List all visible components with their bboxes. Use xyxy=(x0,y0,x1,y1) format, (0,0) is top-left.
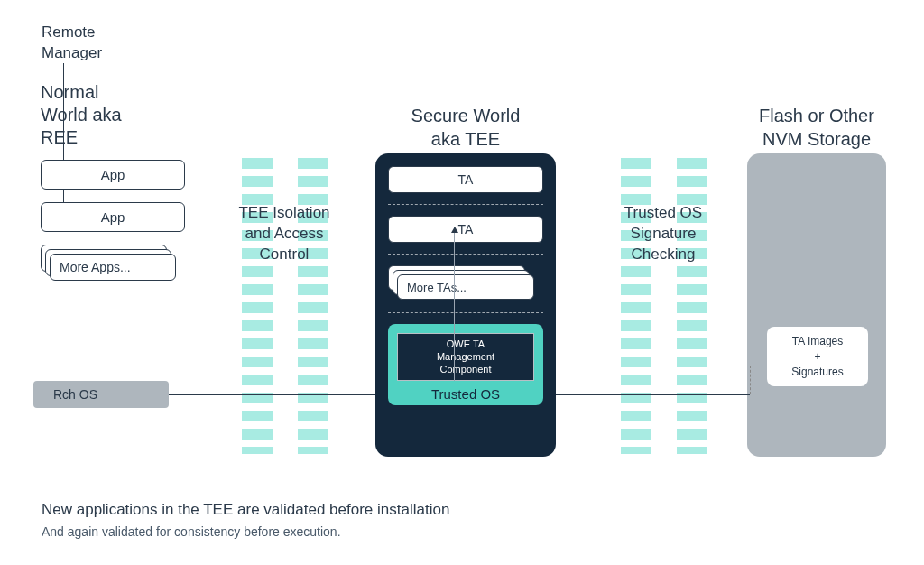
signature-wall-label: Trusted OS Signature Checking xyxy=(587,203,740,265)
ree-title: Normal World aka REE xyxy=(41,81,185,149)
footer-caption: New applications in the TEE are validate… xyxy=(42,501,449,539)
more-tas-label: More TAs... xyxy=(407,281,467,294)
trusted-os-container: OWE TA Management Component Trusted OS xyxy=(388,324,543,405)
rchos-to-tee-line xyxy=(169,394,375,395)
tee-panel: TA TA More TAs... OWE TA Management Comp… xyxy=(375,153,556,457)
ree-app-1-label: App xyxy=(101,167,125,182)
footer-line-1: New applications in the TEE are validate… xyxy=(42,501,449,519)
ta-images-label: TA Images + Signatures xyxy=(791,335,843,378)
ree-more-apps-stack: More Apps... xyxy=(41,245,185,284)
owe-management-box: OWE TA Management Component xyxy=(397,333,534,381)
nvm-dashed-v xyxy=(750,366,751,394)
tee-divider-1 xyxy=(388,204,543,205)
ta-images-box: TA Images + Signatures xyxy=(767,327,868,386)
remote-manager-label: Remote Manager xyxy=(42,23,102,64)
ree-more-apps-label: More Apps... xyxy=(60,260,131,274)
ree-column: Normal World aka REE App App More Apps..… xyxy=(41,81,185,297)
ree-app-2: App xyxy=(41,202,185,232)
tee-title: Secure World aka TEE xyxy=(375,104,556,151)
nvm-panel: TA Images + Signatures xyxy=(747,153,886,457)
ta-box-1: TA xyxy=(388,166,543,193)
ree-app-1: App xyxy=(41,160,185,190)
ta-box-2: TA xyxy=(388,216,543,243)
owe-label: OWE TA Management Component xyxy=(437,338,494,375)
isolation-wall-label: TEE Isolation and Access Control xyxy=(208,203,361,265)
owe-to-ta-arrow xyxy=(454,227,455,381)
tee-divider-3 xyxy=(388,312,543,313)
footer-line-2: And again validated for consistency befo… xyxy=(42,524,449,539)
ta-2-label: TA xyxy=(458,222,474,236)
ta-1-label: TA xyxy=(458,172,474,187)
tee-to-nvm-line xyxy=(556,394,750,395)
nvm-title: Flash or Other NVM Storage xyxy=(740,104,893,151)
trusted-os-label: Trusted OS xyxy=(397,386,534,402)
more-tas-stack: More TAs... xyxy=(388,265,543,301)
rch-os-label: Rch OS xyxy=(53,387,97,402)
rch-os-box: Rch OS xyxy=(33,381,169,408)
tee-divider-2 xyxy=(388,254,543,255)
nvm-dashed-h xyxy=(750,366,766,366)
ree-app-2-label: App xyxy=(101,209,125,225)
